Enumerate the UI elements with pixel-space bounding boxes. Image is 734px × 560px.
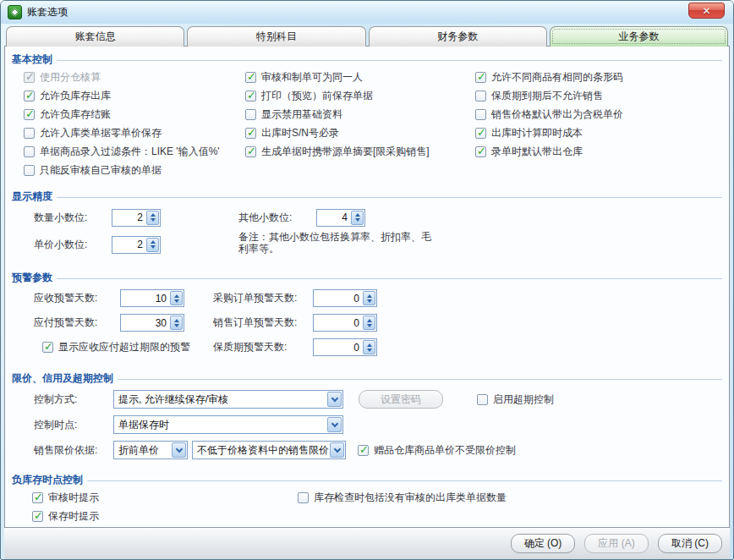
checkbox-enable-overdue-control[interactable]: 启用超期控制 <box>477 393 554 407</box>
business-params-panel: 基本控制 使用分仓核算 允许负库存出库 允许负库存结账 允许入库类单据零单价保存… <box>4 46 730 528</box>
chevron-down-icon <box>333 445 340 452</box>
checkbox-icon <box>24 109 35 120</box>
checkbox-icon <box>245 72 256 83</box>
chevron-down-icon <box>175 445 182 452</box>
spinner-stepper[interactable] <box>146 238 159 252</box>
basic-column-3: 允许不同商品有相同的条形码 保质期到期后不允许销售 销售价格默认带出为含税单价 … <box>475 68 722 179</box>
checkbox-prompt-on-audit[interactable]: 审核时提示 <box>32 491 99 505</box>
checkbox-carry-source-summary[interactable]: 生成单据时携带源单摘要[限采购销售] <box>245 142 475 161</box>
checkbox-realtime-cost[interactable]: 出库时计算即时成本 <box>475 124 722 142</box>
spinner-up-icon <box>355 213 360 217</box>
checkbox-tax-included-price[interactable]: 销售价格默认带出为含税单价 <box>475 105 722 124</box>
section-negative-stock-control: 负库存时点控制 审核时提示 保存时提示 库存检查时包括没有审核的出库类单据数量 <box>12 471 722 525</box>
checkbox-show-disabled-data[interactable]: 显示禁用基础资料 <box>245 105 475 124</box>
qty-decimal-label: 数量小数位: <box>34 211 112 225</box>
sales-order-days-input[interactable] <box>314 315 362 331</box>
section-title: 限价、信用及超期控制 <box>12 371 113 386</box>
spinner-stepper[interactable] <box>170 291 183 305</box>
dropdown-button[interactable] <box>327 417 342 432</box>
shelf-life-days-input[interactable] <box>314 339 362 355</box>
checkbox-label: 赠品仓库商品单价不受限价控制 <box>374 443 516 458</box>
price-decimal-spinner <box>112 236 161 254</box>
other-decimal-input[interactable] <box>317 210 350 226</box>
warning-row-3: 显示应收应付超过期限的预警 保质期预警天数: <box>12 335 722 360</box>
spinner-stepper[interactable] <box>363 316 375 330</box>
app-icon <box>8 5 22 19</box>
spinner-down-icon <box>367 299 372 303</box>
payable-days-input[interactable] <box>121 315 169 331</box>
checkbox-filter-condition[interactable]: 单据商品录入过滤条件：LIKE '输入值%' <box>24 142 245 161</box>
checkbox-prompt-on-save[interactable]: 保存时提示 <box>32 509 99 524</box>
spinner-down-icon <box>174 324 179 327</box>
checkbox-label: 允许入库类单据零单价保存 <box>40 126 162 140</box>
ok-button[interactable]: 确定 (O) <box>511 534 575 553</box>
checkbox-label: 允许负库存出库 <box>40 89 111 103</box>
checkbox-save-before-print[interactable]: 打印（预览）前保存单据 <box>245 86 475 105</box>
checkbox-include-unaudited-outbound[interactable]: 库存检查时包括没有审核的出库类单据数量 <box>298 488 507 507</box>
section-title: 基本控制 <box>12 52 52 67</box>
basic-column-2: 审核和制单可为同一人 打印（预览）前保存单据 显示禁用基础资料 出库时S/N号必… <box>245 68 475 179</box>
spinner-stepper[interactable] <box>363 340 375 354</box>
section-divider <box>118 379 722 380</box>
dropdown-button[interactable] <box>330 442 344 458</box>
limit-rule-select[interactable]: 不低于价格资料中的销售限价 <box>192 441 346 459</box>
payable-days-spinner <box>120 314 184 332</box>
dropdown-button[interactable] <box>327 392 342 407</box>
checkbox-auditor-same-person[interactable]: 审核和制单可为同一人 <box>245 68 475 86</box>
checkbox-unaudit-own-only[interactable]: 只能反审核自己审核的单据 <box>24 161 245 179</box>
checkbox-icon <box>298 492 309 503</box>
precision-row-1: 数量小数位: 其他小数位: <box>12 205 722 230</box>
checkbox-same-barcode[interactable]: 允许不同商品有相同的条形码 <box>475 68 722 86</box>
price-decimal-input[interactable] <box>112 237 145 253</box>
checkbox-default-warehouse[interactable]: 录单时默认带出仓库 <box>475 142 722 161</box>
checkbox-icon <box>475 72 486 83</box>
warning-row1-group2: 采购订单预警天数: <box>213 289 377 307</box>
price-basis-select[interactable]: 折前单价 <box>113 441 188 459</box>
checkbox-icon <box>24 128 35 139</box>
checkbox-gift-warehouse-exempt[interactable]: 赠品仓库商品单价不受限价控制 <box>358 443 516 458</box>
section-basic-control: 基本控制 使用分仓核算 允许负库存出库 允许负库存结账 允许入库类单据零单价保存… <box>12 51 722 179</box>
section-header: 限价、信用及超期控制 <box>12 370 722 387</box>
apply-button[interactable]: 应用 (A) <box>584 534 649 553</box>
spinner-stepper[interactable] <box>363 291 375 305</box>
tab-business-params[interactable]: 业务参数 <box>550 26 728 47</box>
dropdown-button[interactable] <box>172 442 186 458</box>
precision-row1-group2: 其他小数位: <box>238 209 365 227</box>
checkbox-icon <box>475 91 486 102</box>
checkbox-icon <box>245 91 256 102</box>
close-button[interactable]: ✕ <box>688 3 725 19</box>
checkbox-label: 使用分仓核算 <box>40 70 101 85</box>
control-mode-select[interactable]: 提示, 允许继续保存/审核 <box>113 390 343 409</box>
checkbox-negative-stock-out[interactable]: 允许负库存出库 <box>24 86 245 105</box>
control-time-select[interactable]: 单据保存时 <box>113 415 343 434</box>
tab-special-subjects[interactable]: 特别科目 <box>187 26 365 47</box>
checkbox-icon <box>24 146 35 157</box>
checkbox-label: 保存时提示 <box>48 509 99 524</box>
checkbox-negative-stock-close[interactable]: 允许负库存结账 <box>24 105 245 124</box>
checkbox-warehouse-accounting[interactable]: 使用分仓核算 <box>24 68 245 86</box>
checkbox-label: 生成单据时携带源单摘要[限采购销售] <box>261 145 430 159</box>
negative-stock-rows: 审核时提示 保存时提示 库存检查时包括没有审核的出库类单据数量 <box>12 488 722 525</box>
checkbox-icon <box>245 109 256 120</box>
spinner-stepper[interactable] <box>146 211 159 225</box>
tab-financial-params[interactable]: 财务参数 <box>369 26 547 47</box>
set-password-button[interactable]: 设置密码 <box>359 390 443 409</box>
spinner-stepper[interactable] <box>351 211 364 225</box>
checkbox-zero-price-save[interactable]: 允许入库类单据零单价保存 <box>24 124 245 142</box>
cancel-button[interactable]: 取消 (C) <box>658 534 722 553</box>
shelf-life-days-label: 保质期预警天数: <box>213 340 313 354</box>
spinner-stepper[interactable] <box>170 316 183 330</box>
tab-account-info[interactable]: 账套信息 <box>6 26 184 47</box>
checkbox-icon <box>42 342 53 353</box>
qty-decimal-input[interactable] <box>112 210 145 226</box>
checkbox-expired-no-sale[interactable]: 保质期到期后不允许销售 <box>475 86 722 105</box>
checkbox-icon <box>245 128 256 139</box>
tab-label: 特别科目 <box>256 30 297 44</box>
basic-control-columns: 使用分仓核算 允许负库存出库 允许负库存结账 允许入库类单据零单价保存 单据商品… <box>12 68 722 179</box>
receivable-days-input[interactable] <box>121 290 169 306</box>
shelf-life-days-spinner <box>313 338 377 356</box>
checkbox-show-overdue-warning[interactable]: 显示应收应付超过期限的预警 <box>42 340 190 354</box>
checkbox-label: 允许不同商品有相同的条形码 <box>491 70 623 85</box>
purchase-order-days-input[interactable] <box>314 290 362 306</box>
checkbox-sn-required[interactable]: 出库时S/N号必录 <box>245 124 475 142</box>
